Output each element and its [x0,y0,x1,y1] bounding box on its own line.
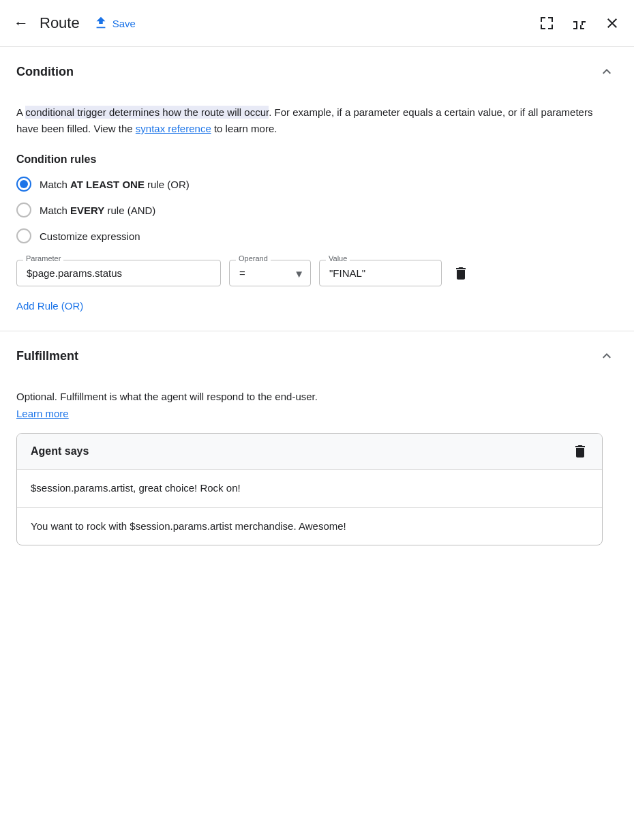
radio-circle-every [16,202,31,217]
save-button[interactable]: Save [88,13,141,33]
condition-collapse-button[interactable] [596,61,618,82]
rule-delete-button[interactable] [450,262,472,284]
chevron-up-icon [599,63,615,80]
value-label: Value [326,254,350,262]
radio-at-least-one[interactable]: Match AT LEAST ONE rule (OR) [16,177,618,192]
condition-description: A conditional trigger determines how the… [16,104,618,137]
main-content: Condition A conditional trigger determin… [0,47,634,840]
operand-label: Operand [236,254,271,262]
fulfillment-body: Optional. Fulfillment is what the agent … [0,378,634,562]
header-right [536,12,623,34]
response-item-2: You want to rock with $session.params.ar… [17,508,602,545]
fulfillment-description: Optional. Fulfillment is what the agent … [16,389,618,405]
condition-body: A conditional trigger determines how the… [0,93,634,331]
agent-says-trash-icon [572,443,588,460]
fulfillment-section-title: Fulfillment [16,349,78,363]
highlight-text: conditional trigger determines how the r… [25,106,269,119]
parameter-field-container: Parameter [16,260,221,286]
fulfillment-section: Fulfillment Optional. Fulfillment is wha… [0,331,634,562]
back-arrow-icon: ← [14,14,29,32]
header-left: ← Route Save [11,12,536,35]
response-item-1: $session.params.artist, great choice! Ro… [17,470,602,508]
chevron-up-icon-2 [599,348,615,364]
agent-says-title: Agent says [31,445,89,457]
add-rule-button[interactable]: Add Rule (OR) [16,297,83,314]
radio-every[interactable]: Match EVERY rule (AND) [16,202,618,217]
compress-icon [571,15,588,31]
radio-group: Match AT LEAST ONE rule (OR) Match EVERY… [16,177,618,243]
close-button[interactable] [601,12,623,34]
radio-label-at-least-one: Match AT LEAST ONE rule (OR) [40,179,190,190]
condition-rules-title: Condition rules [16,153,618,166]
learn-more-link[interactable]: Learn more [16,408,618,419]
radio-inner-at-least-one [20,180,28,188]
agent-says-delete-button[interactable] [572,443,588,460]
condition-section: Condition A conditional trigger determin… [0,47,634,331]
agent-says-header: Agent says [17,434,602,470]
agent-says-card: Agent says $session.params.artist, great… [16,433,603,545]
syntax-reference-link[interactable]: syntax reference [136,123,211,134]
condition-section-title: Condition [16,65,74,79]
parameter-label: Parameter [23,254,63,262]
radio-label-every: Match EVERY rule (AND) [40,205,155,216]
radio-label-customize: Customize expression [40,230,140,242]
save-icon [93,16,108,31]
fulfillment-section-header: Fulfillment [0,331,634,378]
header: ← Route Save [0,0,634,47]
compress-button[interactable] [569,12,590,34]
expand-button[interactable] [536,12,558,34]
expand-icon [539,15,555,31]
back-button[interactable]: ← [11,12,31,35]
value-field-container: Value [319,260,442,286]
value-input[interactable] [319,260,442,286]
close-icon [604,15,620,31]
fulfillment-collapse-button[interactable] [596,345,618,367]
rule-row: Parameter Operand = != < > ▼ Value [16,260,618,286]
parameter-input[interactable] [16,260,221,286]
trash-icon [453,265,469,282]
radio-circle-at-least-one [16,177,31,192]
condition-section-header: Condition [0,47,634,93]
save-label: Save [112,18,136,29]
operand-select[interactable]: = != < > [229,260,311,286]
operand-field-container: Operand = != < > ▼ [229,260,311,286]
radio-customize[interactable]: Customize expression [16,228,618,243]
page-title: Route [40,14,80,32]
radio-circle-customize [16,228,31,243]
